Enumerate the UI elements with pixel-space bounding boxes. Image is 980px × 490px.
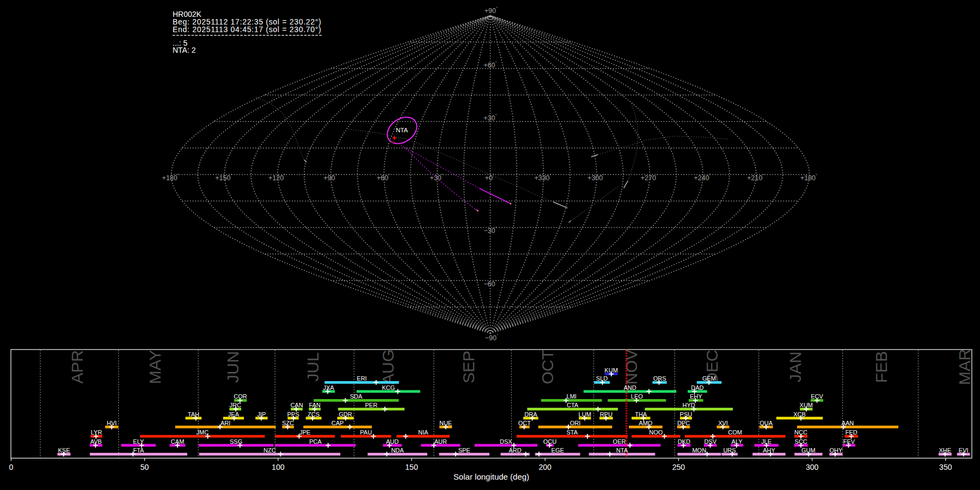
svg-text:+330°: +330° (534, 173, 551, 182)
svg-text:KUM: KUM (604, 367, 617, 373)
svg-text:350: 350 (939, 463, 952, 471)
svg-text:FAN: FAN (309, 402, 320, 408)
svg-text:XVI: XVI (718, 420, 728, 426)
svg-text:+270°: +270° (641, 173, 658, 182)
svg-text:150: 150 (405, 463, 418, 471)
svg-text:NIA: NIA (418, 429, 428, 436)
svg-text:CTA: CTA (567, 402, 579, 408)
svg-text:OCT: OCT (518, 420, 531, 426)
svg-text:+240°: +240° (694, 173, 711, 182)
svg-text:+210°: +210° (747, 173, 764, 182)
svg-text:XHE: XHE (939, 447, 951, 454)
svg-text:URS: URS (723, 447, 736, 454)
svg-text:OCU: OCU (543, 438, 557, 445)
svg-text:+300°: +300° (587, 173, 604, 182)
svg-text:FEV: FEV (843, 438, 855, 445)
svg-text:XCB: XCB (793, 411, 806, 418)
svg-text:NDA: NDA (391, 447, 404, 454)
svg-text:+60°: +60° (483, 60, 497, 69)
svg-text:−30°: −30° (483, 226, 497, 235)
svg-text:PSU: PSU (680, 411, 693, 418)
svg-text:+120°: +120° (268, 173, 285, 182)
svg-text:GDR: GDR (339, 411, 352, 418)
svg-text:−90°: −90° (485, 333, 498, 342)
svg-text:JLE: JLE (761, 438, 771, 445)
svg-text:JEA: JEA (228, 411, 240, 418)
svg-text:+30°: +30° (430, 173, 443, 182)
svg-text:DSV: DSV (704, 438, 716, 445)
svg-text:ALY: ALY (732, 438, 743, 445)
svg-text:KCG: KCG (382, 384, 395, 391)
svg-text:EHY: EHY (690, 393, 702, 400)
svg-text:NTA: 2: NTA: 2 (173, 46, 196, 54)
svg-text:GEM: GEM (702, 375, 716, 382)
svg-text:AHY: AHY (763, 447, 775, 454)
svg-text:JUL: JUL (304, 352, 322, 381)
svg-text:ECV: ECV (811, 393, 823, 400)
svg-text:+150°: +150° (215, 173, 232, 182)
svg-text:AUR: AUR (434, 438, 447, 445)
svg-text:250: 250 (672, 463, 685, 471)
svg-text:STA: STA (567, 429, 578, 436)
svg-text:MAR: MAR (955, 349, 973, 385)
svg-text:JIP: JIP (257, 411, 266, 418)
svg-text:−60°: −60° (483, 279, 497, 288)
svg-text:+30°: +30° (483, 113, 497, 122)
svg-text:AUG: AUG (379, 349, 397, 384)
svg-text:PPS: PPS (287, 411, 299, 418)
svg-text:JAN: JAN (786, 352, 804, 383)
svg-text:SZC: SZC (282, 420, 294, 426)
svg-text:JUN: JUN (224, 351, 242, 383)
svg-text:SDA: SDA (350, 393, 363, 400)
svg-text:OER: OER (613, 438, 626, 445)
svg-text:0: 0 (9, 463, 14, 471)
svg-text:PAU: PAU (360, 429, 372, 436)
svg-text:AAN: AAN (842, 420, 854, 426)
svg-text:EVI: EVI (959, 447, 969, 454)
svg-text:JMC: JMC (196, 429, 209, 436)
svg-text:FED: FED (846, 429, 857, 436)
svg-text:HVI: HVI (107, 420, 117, 426)
svg-text:APR: APR (68, 350, 86, 384)
svg-text:NTA: NTA (396, 127, 408, 133)
svg-text:End: 20251113 04:45:17 (sol =: End: 20251113 04:45:17 (sol = 230.70°) (173, 25, 321, 34)
svg-text:AUD: AUD (386, 438, 399, 445)
svg-text:PER: PER (365, 402, 377, 408)
svg-text:THA: THA (635, 411, 647, 418)
svg-text:ZCS: ZCS (308, 411, 320, 418)
svg-text:EGE: EGE (552, 447, 564, 454)
svg-text:LYR: LYR (91, 429, 102, 436)
svg-text:FEB: FEB (872, 351, 890, 383)
svg-text:100: 100 (272, 463, 285, 471)
svg-text:QUA: QUA (759, 420, 773, 426)
svg-text:NZC: NZC (264, 447, 276, 454)
svg-text:SEP: SEP (460, 351, 477, 383)
svg-text:NCC: NCC (794, 429, 807, 436)
svg-text:AMO: AMO (639, 420, 653, 426)
svg-text:KSE: KSE (58, 447, 70, 454)
svg-text:50: 50 (140, 463, 149, 471)
svg-text:DPC: DPC (677, 420, 690, 426)
svg-text:+180°: +180° (800, 173, 817, 182)
svg-text:AVB: AVB (90, 438, 102, 445)
svg-text:ELY: ELY (133, 438, 144, 445)
svg-text:JRC: JRC (230, 402, 241, 408)
svg-text:Beg: 20251112 17:22:35 (sol =: Beg: 20251112 17:22:35 (sol = 230.22°) (173, 17, 321, 26)
svg-text:PCA: PCA (309, 438, 322, 445)
svg-text:OHY: OHY (829, 447, 843, 454)
svg-text:Solar longitude (deg): Solar longitude (deg) (454, 472, 529, 481)
svg-text:NOO: NOO (649, 429, 663, 436)
svg-text:ARD: ARD (509, 447, 521, 454)
svg-text:RPU: RPU (600, 411, 612, 418)
svg-text:OCT: OCT (538, 350, 556, 384)
svg-text:GUM: GUM (801, 447, 816, 454)
svg-text:+60°: +60° (377, 173, 390, 182)
svg-text:COM: COM (728, 429, 742, 436)
svg-text:JXA: JXA (323, 384, 334, 391)
svg-text:ORI: ORI (570, 420, 581, 426)
svg-text:+90°: +90° (323, 173, 336, 182)
svg-text:MAY: MAY (146, 350, 164, 384)
svg-text:SLD: SLD (596, 375, 608, 382)
svg-text:MON: MON (692, 447, 706, 454)
svg-text:LUM: LUM (579, 411, 591, 418)
